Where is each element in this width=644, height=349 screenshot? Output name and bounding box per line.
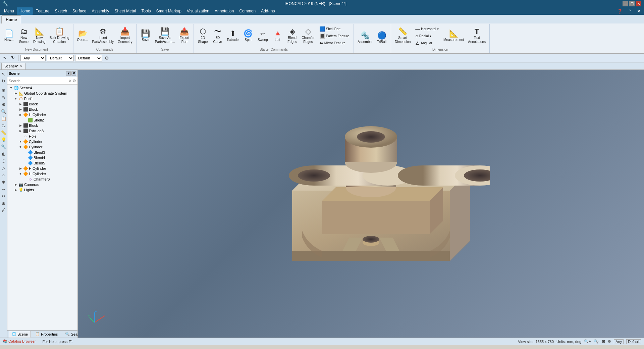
ribbon-tab-home[interactable]: Home — [1, 15, 21, 23]
pattern-feature-button[interactable]: 🔳 Pattern Feature — [317, 33, 352, 39]
menu-item-sketch[interactable]: Sketch — [52, 7, 70, 15]
tree-expand-extrude8[interactable]: ▶ — [18, 129, 23, 133]
tree-expand-hcylinder2[interactable]: ▶ — [18, 166, 23, 171]
select-tool-button[interactable]: ↖ — [1, 55, 8, 61]
tree-expand-block3[interactable]: ▶ — [18, 123, 23, 128]
tree-expand-lights[interactable]: ▶ — [13, 188, 18, 192]
sidebar-tool14-icon[interactable]: ⊕ — [0, 179, 7, 185]
menu-item-common[interactable]: Common — [236, 7, 258, 15]
menu-item-surface[interactable]: Surface — [70, 7, 89, 15]
zoom-label[interactable]: Any — [614, 339, 624, 344]
tree-item-extrude8[interactable]: ▶ ⬛ Extrude8 — [7, 128, 77, 134]
save-button[interactable]: 💾 Save — [139, 26, 153, 46]
material-selector[interactable]: Default Steel Aluminum — [75, 55, 102, 61]
radial-dimension-button[interactable]: ○ Radial ▾ — [413, 33, 441, 39]
tree-item-hcylinder1[interactable]: ▶ 🔶 H Cylinder — [7, 112, 77, 117]
menu-item-smartmarkup[interactable]: Smart Markup — [154, 7, 184, 15]
tree-item-block3[interactable]: ▶ ⬛ Block — [7, 123, 77, 128]
sidebar-tool15-icon[interactable]: ↔ — [0, 186, 7, 192]
sidebar-tool7-icon[interactable]: 📏 — [0, 129, 7, 136]
shell-part-button[interactable]: 🟦 Shell Part — [317, 26, 352, 32]
catalog-browser-label[interactable]: Catalog Browser — [8, 339, 36, 343]
search-filter-icon[interactable]: ⚙ — [72, 79, 76, 83]
tree-item-cylinder1[interactable]: ▼ 🔶 Cylinder — [7, 139, 77, 144]
menu-item-annotation[interactable]: Annotation — [212, 7, 236, 15]
menu-item-home[interactable]: Home — [17, 7, 33, 15]
panel-close-button[interactable]: ✕ — [71, 71, 76, 76]
tree-item-hole[interactable]: ○ Hole — [7, 134, 77, 139]
tree-expand-cylinder1[interactable]: ▼ — [18, 139, 23, 144]
tree-item-shell2[interactable]: 🟩 Shell2 — [7, 117, 77, 123]
close-ribbon-button[interactable]: ✕ — [635, 9, 643, 14]
sidebar-tool17-icon[interactable]: ⊞ — [0, 200, 7, 206]
measurement-button[interactable]: 📐 Measurement — [442, 26, 466, 46]
sidebar-tool12-icon[interactable]: △ — [0, 164, 7, 171]
tree-expand-cameras[interactable]: ▶ — [13, 182, 18, 187]
zoom-in-icon[interactable]: 🔍+ — [584, 339, 591, 344]
text-annotations-button[interactable]: T TextAnnotations — [466, 26, 487, 46]
tree-expand-block2[interactable]: ▶ — [18, 107, 23, 112]
sidebar-tool9-icon[interactable]: 🔧 — [0, 143, 7, 150]
menu-item-addins[interactable]: Add-Ins — [258, 7, 277, 15]
tree-expand-hcylinder1[interactable]: ▶ — [18, 112, 23, 117]
tree-expand-part1[interactable]: ▼ — [13, 96, 18, 101]
sidebar-select-icon[interactable]: ↖ — [0, 70, 7, 77]
tree-expand-gcs[interactable]: ▶ — [13, 91, 18, 96]
sidebar-tool6-icon[interactable]: 🗂 — [0, 122, 7, 129]
sidebar-tool16-icon[interactable]: ✂ — [0, 193, 7, 199]
help-button[interactable]: ❓ — [615, 9, 625, 14]
tree-item-hcylinder2[interactable]: ▶ 🔶 H Cylinder — [7, 166, 77, 171]
loft-button[interactable]: 🔺 Loft — [270, 26, 284, 46]
assemble-button[interactable]: 🔩 Assemble — [356, 28, 374, 48]
minimize-ribbon-button[interactable]: ⌃ — [626, 9, 634, 14]
tab-scene[interactable]: 🌐 Scene — [9, 331, 31, 338]
fit-view-icon[interactable]: ⊞ — [602, 339, 605, 344]
angular-dimension-button[interactable]: ∠ Angular — [413, 40, 441, 46]
spin-button[interactable]: 🌀 Spin — [241, 26, 255, 46]
tree-expand-scene4[interactable]: ▼ — [9, 86, 13, 90]
window-controls[interactable]: — ❐ ✕ — [623, 1, 641, 6]
open-button[interactable]: 📂 Open... — [75, 26, 90, 46]
insert-part-button[interactable]: ⚙ InsertPart/Assembly — [90, 26, 115, 46]
tree-item-chamfer6[interactable]: ◇ Chamfer6 — [7, 177, 77, 182]
bulk-drawing-creation-button[interactable]: 📋 Bulk DrawingCreation — [48, 26, 71, 46]
tree-item-block2[interactable]: ▶ ⬛ Block — [7, 107, 77, 112]
tab-properties[interactable]: 📋 Properties — [32, 331, 61, 338]
horizontal-dimension-button[interactable]: — Horizontal ▾ — [413, 26, 441, 32]
panel-menu-button[interactable]: ▾ — [66, 71, 71, 76]
tree-item-lights[interactable]: ▶ 💡 Lights — [7, 187, 77, 193]
save-as-button[interactable]: 💾 Save AsPart/Assem... — [153, 26, 177, 46]
menu-item-tools[interactable]: Tools — [139, 7, 154, 15]
search-clear-icon[interactable]: ✕ — [68, 79, 72, 83]
tree-item-blend5[interactable]: 🔷 Blend5 — [7, 160, 77, 166]
restore-button[interactable]: ❐ — [629, 1, 635, 6]
new-drawing-button[interactable]: 📐 NewDrawing — [32, 26, 47, 46]
minimize-button[interactable]: — — [623, 1, 628, 6]
sidebar-tool11-icon[interactable]: ⬡ — [0, 157, 7, 164]
sidebar-rotate-icon[interactable]: ↻ — [0, 78, 7, 84]
tree-item-scene4[interactable]: ▼ 🌐 Scene4 — [7, 85, 77, 91]
chamfer-edges-button[interactable]: ◇ ChamferEdges — [300, 26, 316, 46]
close-button[interactable]: ✕ — [636, 1, 641, 6]
menu-item-visualization[interactable]: Visualization — [184, 7, 212, 15]
sidebar-tool8-icon[interactable]: 💡 — [0, 136, 7, 143]
mirror-feature-button[interactable]: ⬌ Mirror Feature — [317, 40, 352, 46]
scene-tab-close[interactable]: ✕ — [20, 64, 22, 68]
new-button[interactable]: 📄 New... — [2, 26, 16, 46]
export-part-button[interactable]: 📤 ExportPart — [177, 26, 192, 46]
tree-expand-hcylinder3[interactable]: ▼ — [18, 171, 23, 176]
blend-edges-button[interactable]: ◈ BlendEdges — [285, 26, 299, 46]
tree-item-cameras[interactable]: ▶ 📷 Cameras — [7, 182, 77, 187]
sweep-button[interactable]: ↔ Sweep — [256, 26, 270, 46]
sidebar-tool10-icon[interactable]: ◐ — [0, 150, 7, 157]
sidebar-tool3-icon[interactable]: ⚙ — [0, 101, 7, 108]
2d-shape-button[interactable]: ⬡ 2DShape — [196, 26, 210, 46]
view-options-icon[interactable]: ⚙ — [608, 339, 611, 344]
search-input[interactable] — [9, 79, 68, 83]
tree-item-blend3[interactable]: 🔷 Blend3 — [7, 150, 77, 155]
viewport[interactable]: X Y Z — [78, 70, 644, 338]
view-selector[interactable]: Any Top Front Right Isometric — [20, 55, 46, 61]
menu-item-assembly[interactable]: Assembly — [89, 7, 112, 15]
default-label[interactable]: Default — [626, 339, 641, 344]
sidebar-tool2-icon[interactable]: ✎ — [0, 94, 7, 101]
